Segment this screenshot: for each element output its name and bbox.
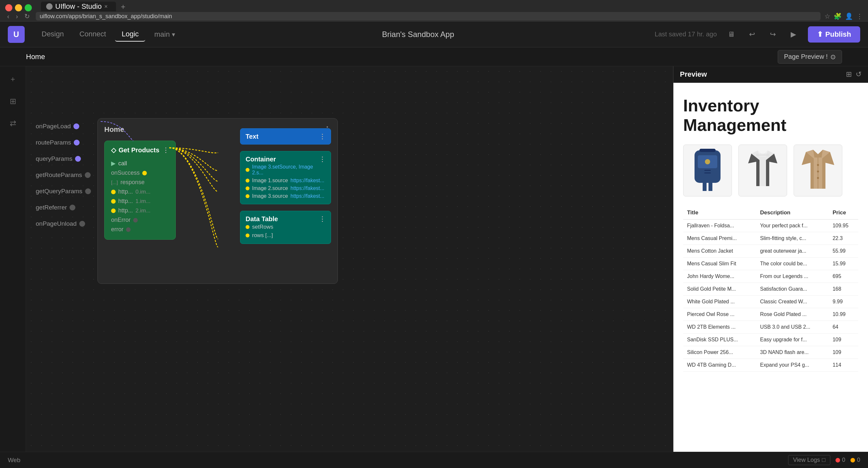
publish-label: Publish [826,30,851,39]
call-row: ▶ call [111,158,169,168]
svg-point-17 [817,170,819,173]
last-saved-text: Last saved 17 hr. ago [655,31,717,38]
tab-title: UIflow - Studio [55,2,102,11]
product-image-jacket [794,145,842,196]
table-cell-description: Expand your PS4 g... [756,359,829,372]
active-browser-tab[interactable]: UIflow - Studio × [41,2,116,11]
routeparams-dot[interactable] [74,139,80,146]
getrouteparams-dot[interactable] [85,172,91,178]
getreferrer-dot[interactable] [69,205,75,211]
image2-dot[interactable] [246,186,249,190]
preview-expand-icon[interactable]: ⊞ [846,70,852,79]
table-cell-title: Mens Casual Premi... [683,232,756,245]
container-node-menu[interactable]: ⋮ [319,155,326,163]
onpageload-dot[interactable] [73,123,79,129]
view-logs-button[interactable]: View Logs □ [788,455,830,465]
jacket-svg [797,147,839,194]
table-row: WD 2TB Elements ...USB 3.0 and USB 2...6… [683,321,858,334]
layers-icon: ⊞ [10,97,16,106]
table-cell-price: 114 [829,359,858,372]
http2-dot[interactable] [111,209,116,213]
profile-icon[interactable]: 👤 [845,12,853,20]
warning-count: 0 [857,457,860,464]
nav-logic[interactable]: Logic [115,27,145,41]
get-products-menu[interactable]: ⋮ [162,146,169,154]
undo-button[interactable]: ↩ [746,28,758,41]
preview-refresh-icon[interactable]: ↺ [856,70,862,79]
sidebar-layers-button[interactable]: ⊞ [5,94,21,109]
forward-button[interactable]: › [14,12,20,21]
data-table-title: Data Table ⋮ [246,215,326,223]
main-dropdown-arrow[interactable]: ▾ [172,31,175,38]
back-button[interactable]: ‹ [5,12,11,21]
setrows-dot[interactable] [246,225,249,229]
table-cell-description: Slim-fitting style, c... [756,232,829,245]
event-node-getqueryparams: getQueryParams [36,183,91,199]
address-bar[interactable]: uiflow.com/apps/brian_s_sandbox_app/stud… [36,12,820,21]
bookmark-icon[interactable]: ☆ [825,12,830,20]
container-node[interactable]: Container ⋮ Image 3.setSource, Image 2.s… [240,151,331,204]
svg-rect-7 [704,173,711,174]
logs-icon: □ [822,457,826,464]
breadcrumb-home[interactable]: Home [26,53,45,61]
app-logo[interactable]: U [8,26,25,43]
table-cell-price: 168 [829,283,858,295]
sidebar-add-button[interactable]: + [5,71,21,87]
page-preview-button[interactable]: Page Preview ! ⊙ [778,50,842,64]
getqueryparams-label: getQueryParams [36,188,83,195]
table-cell-price: 9.99 [829,295,858,308]
onpageunload-dot[interactable] [79,221,85,227]
text-node-menu[interactable]: ⋮ [319,132,326,140]
tab-close-button[interactable]: × [104,3,111,10]
new-tab-button[interactable]: + [117,2,129,11]
redo-button[interactable]: ↪ [766,28,779,41]
minimize-traffic-light[interactable] [15,4,22,11]
extensions-icon[interactable]: 🧩 [834,12,842,20]
image1-dot[interactable] [246,179,249,183]
diamond-icon: ◇ [111,146,116,154]
maximize-traffic-light[interactable] [25,4,32,11]
table-cell-description: Classic Created W... [756,295,829,308]
event-node-onpageload: onPageLoad [36,118,91,134]
close-traffic-light[interactable] [5,4,12,11]
image3b-dot[interactable] [246,194,249,198]
table-cell-description: Rose Gold Plated ... [756,308,829,321]
text-node[interactable]: Text ⋮ [240,128,331,145]
http-row-1: http... 1.im... [111,196,169,206]
header-right: Last saved 17 hr. ago 🖥 ↩ ↪ ▶ ⬆ Publish [655,26,860,42]
nav-design[interactable]: Design [35,27,70,41]
settings-icon[interactable]: ⋮ [856,12,863,20]
routeparams-label: routeParams [36,139,71,146]
preview-content: Inventory Management [674,83,868,452]
onsuccess-dot[interactable] [142,171,147,176]
sidebar-connect-button[interactable]: ⇄ [5,116,21,131]
home-container[interactable]: Home ⋮ ◇ Get Products ⋮ ▶ call on [97,118,338,284]
data-table-node[interactable]: Data Table ⋮ setRows rows [...] [240,211,331,244]
image3-dot[interactable] [246,168,249,172]
platform-label: Web [8,457,21,464]
table-cell-price: 55.99 [829,245,858,257]
rows-dot[interactable] [246,233,249,238]
play-button[interactable]: ▶ [787,28,800,41]
monitor-icon-button[interactable]: 🖥 [725,28,738,41]
http1-dot[interactable] [111,199,116,204]
table-cell-price: 695 [829,270,858,283]
error-count: 0 [842,457,845,464]
main-canvas[interactable]: onPageLoad routeParams queryParams getRo… [26,66,673,452]
refresh-button[interactable]: ↻ [23,12,32,21]
table-cell-title: John Hardy Wome... [683,270,756,283]
getqueryparams-dot[interactable] [85,188,91,194]
publish-icon: ⬆ [817,30,823,39]
header-title: Brian's Sandbox App [192,30,645,39]
nav-main[interactable]: main ▾ [148,27,182,41]
publish-button[interactable]: ⬆ Publish [808,26,860,42]
table-cell-description: Satisfaction Guara... [756,283,829,295]
nav-connect[interactable]: Connect [73,27,113,41]
preview-panel: Preview ⊞ ↺ Inventory Management [673,66,868,452]
error-dot[interactable] [126,227,131,232]
queryparams-dot[interactable] [75,156,81,162]
data-table-menu[interactable]: ⋮ [319,215,326,223]
http0-dot[interactable] [111,190,116,194]
get-products-node[interactable]: ◇ Get Products ⋮ ▶ call onSuccess [...] [104,141,176,240]
onerror-dot[interactable] [133,218,138,222]
